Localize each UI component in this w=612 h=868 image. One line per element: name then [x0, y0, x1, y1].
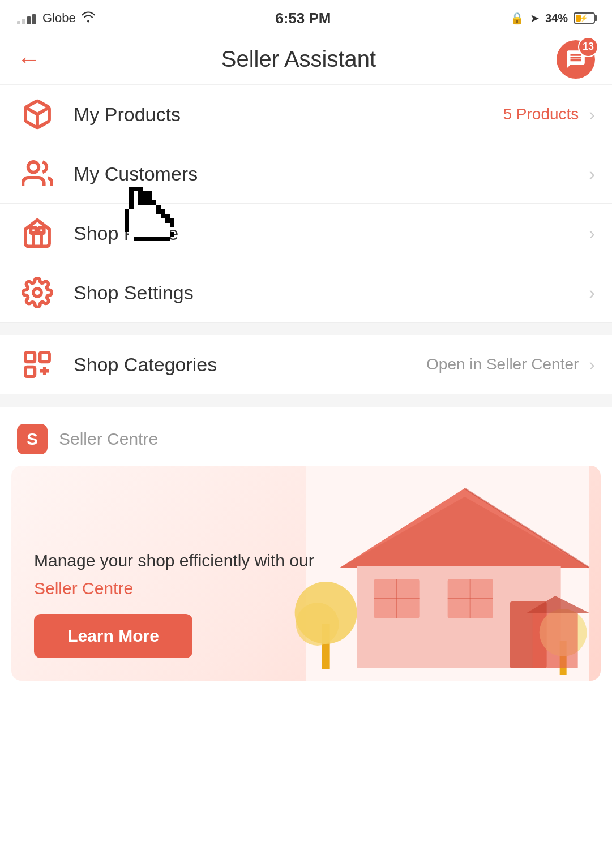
shop-settings-label: Shop Settings: [74, 282, 584, 304]
seller-centre-header: S Seller Centre: [0, 407, 612, 466]
open-seller-center-label: Open in Seller Center: [426, 355, 579, 373]
svg-rect-27: [532, 613, 577, 668]
chevron-icon: ›: [589, 164, 595, 184]
chevron-icon: ›: [589, 354, 595, 375]
chat-button[interactable]: 13: [557, 40, 595, 79]
location-icon: ➤: [530, 11, 540, 25]
lock-icon: 🔒: [510, 11, 524, 25]
learn-more-button[interactable]: Learn More: [34, 614, 192, 658]
banner-card: Manage your shop efficiently with our Se…: [11, 466, 601, 681]
menu-item-shop-categories[interactable]: Shop Categories Open in Seller Center ›: [0, 335, 612, 394]
customers-icon: [17, 153, 58, 194]
menu-section: My Products 5 Products › My Customers ›: [0, 85, 612, 323]
shop-profile-label: Shop Profile: [74, 222, 584, 244]
my-products-label: My Products: [74, 104, 503, 126]
products-count: 5 Products: [503, 105, 579, 123]
shop-categories-right: Open in Seller Center ›: [426, 354, 595, 375]
chevron-icon: ›: [589, 104, 595, 125]
page-title: Seller Assistant: [221, 46, 376, 72]
menu-item-shop-profile[interactable]: Shop Profile ›: [0, 204, 612, 263]
my-customers-right: ›: [584, 164, 595, 184]
banner-link[interactable]: Seller Centre: [34, 579, 319, 598]
section-divider-2: [0, 394, 612, 407]
shop-settings-right: ›: [584, 282, 595, 303]
shop-categories-icon: [17, 344, 58, 385]
chat-badge: 13: [578, 37, 598, 57]
status-bar: Globe 6:53 PM 🔒 ➤ 34% ⚡: [0, 0, 612, 34]
svg-point-4: [33, 289, 41, 297]
nav-header: ← Seller Assistant 13: [0, 34, 612, 85]
seller-centre-logo: S: [17, 424, 48, 454]
carrier-label: Globe: [42, 11, 76, 25]
status-right: 🔒 ➤ 34% ⚡: [510, 11, 595, 25]
products-icon: [17, 94, 58, 135]
svg-rect-5: [25, 353, 35, 362]
banner-text: Manage your shop efficiently with our: [34, 548, 319, 573]
svg-rect-7: [25, 367, 35, 376]
svg-rect-6: [40, 353, 49, 362]
my-customers-label: My Customers: [74, 163, 584, 185]
chevron-icon: ›: [589, 223, 595, 244]
svg-rect-3: [38, 228, 44, 233]
shop-profile-right: ›: [584, 223, 595, 244]
section-divider: [0, 323, 612, 335]
my-products-right: 5 Products ›: [503, 104, 595, 125]
status-left: Globe: [17, 10, 96, 26]
menu-item-shop-settings[interactable]: Shop Settings ›: [0, 263, 612, 323]
chevron-icon: ›: [589, 282, 595, 303]
shop-settings-icon: [17, 272, 58, 313]
banner-illustration: [294, 466, 601, 681]
time-display: 6:53 PM: [275, 10, 331, 27]
signal-bars: [17, 12, 36, 24]
seller-centre-title: Seller Centre: [59, 429, 158, 449]
svg-point-1: [28, 162, 39, 173]
shop-categories-label: Shop Categories: [74, 354, 426, 376]
menu-item-my-customers[interactable]: My Customers ›: [0, 144, 612, 204]
battery-icon: ⚡: [574, 12, 595, 24]
battery-percent: 34%: [545, 12, 568, 25]
wifi-icon: [80, 10, 96, 26]
shop-profile-icon: [17, 213, 58, 253]
back-button[interactable]: ←: [17, 48, 41, 71]
svg-rect-2: [31, 228, 36, 233]
menu-item-my-products[interactable]: My Products 5 Products ›: [0, 85, 612, 144]
banner-content: Manage your shop efficiently with our Se…: [11, 466, 336, 681]
shop-categories-section: Shop Categories Open in Seller Center ›: [0, 335, 612, 394]
seller-centre-section: S Seller Centre Manage your shop efficie…: [0, 407, 612, 681]
